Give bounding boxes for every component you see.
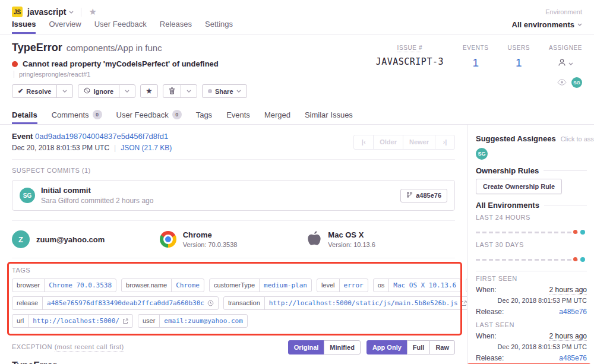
tag-value-link[interactable]: http://localhost:5000/: [29, 315, 132, 327]
exception-title: EXCEPTION: [12, 343, 52, 350]
bookmark-star-icon[interactable]: ★: [89, 7, 96, 17]
tag-value-link[interactable]: http://localhost:5000/static/js/main.5b8…: [265, 297, 467, 309]
delete-button[interactable]: [163, 84, 181, 98]
tag-value-link[interactable]: a485e765976df833490deab2ffca0dd7a660b30c: [43, 297, 218, 309]
tag-value: http://localhost:5000/static/js/main.5b8…: [269, 299, 458, 307]
tag-value-link[interactable]: email:zuum@yahoo.com: [160, 315, 247, 327]
suggested-assignees-title: Suggested AssigneesClick to assign: [476, 134, 587, 143]
tag-value-link[interactable]: Mac OS X 10.13.6: [389, 279, 460, 292]
environment-selector[interactable]: All environments: [512, 20, 582, 34]
tab-comments[interactable]: Comments0: [52, 105, 102, 124]
commit-meta: Sara Gilford committed 2 hours ago: [41, 197, 153, 205]
user-avatar: Z: [12, 230, 30, 248]
stacktrace-toggles: Original Minified App Only Full Raw: [288, 340, 455, 354]
events-count[interactable]: 1: [463, 56, 489, 69]
event-header: Event 0ad9ada198704004837e5d456f7d8fd1 D…: [12, 125, 455, 160]
tag-value: a485e765976df833490deab2ffca0dd7a660b30c: [47, 299, 204, 307]
bookmark-button[interactable]: ★: [140, 84, 158, 98]
tag-key: os: [374, 279, 390, 292]
tag-value-link[interactable]: Chrome: [172, 279, 204, 292]
tag-value-link[interactable]: error: [340, 279, 368, 292]
nav-tab-user-feedback[interactable]: User Feedback: [94, 20, 147, 34]
nav-tab-issues[interactable]: Issues: [12, 20, 36, 34]
tag-value-link[interactable]: medium-plan: [260, 279, 311, 292]
tab-tags[interactable]: Tags: [196, 105, 212, 124]
tag-level: levelerror: [317, 278, 368, 292]
tab-user-feedback[interactable]: User Feedback0: [116, 105, 182, 124]
assignee-dropdown[interactable]: [549, 58, 582, 69]
last-30-days-sparkline: [476, 249, 587, 266]
suggested-assignee-avatar[interactable]: SG: [476, 148, 488, 160]
tag-release: releasea485e765976df833490deab2ffca0dd7a…: [12, 296, 219, 310]
mute-icon: [84, 87, 90, 95]
event-id-link[interactable]: 0ad9ada198704004837e5d456f7d8fd1: [35, 132, 168, 141]
first-seen-release-link[interactable]: a485e76: [559, 308, 587, 316]
last-event-button[interactable]: ›|: [435, 135, 455, 150]
share-button[interactable]: Share: [202, 84, 247, 98]
resolve-label: Resolve: [26, 88, 51, 95]
last-seen-label: LAST SEEN: [476, 321, 587, 328]
chevron-down-icon: [568, 62, 573, 65]
ignore-dropdown-button[interactable]: [119, 84, 135, 98]
tab-events[interactable]: Events: [226, 105, 250, 124]
toggle-original[interactable]: Original: [288, 340, 325, 354]
tag-key: user: [138, 315, 160, 327]
tab-similar-issues[interactable]: Similar Issues: [305, 105, 353, 124]
toggle-full[interactable]: Full: [407, 340, 431, 354]
tab-details[interactable]: Details: [12, 105, 37, 124]
toggle-app-only[interactable]: App Only: [366, 340, 407, 354]
external-link-icon[interactable]: [122, 318, 128, 324]
context-os: Mac OS X Version: 10.13.6: [307, 230, 455, 249]
external-link-icon[interactable]: [461, 300, 467, 306]
sparkline-marker-dot: [580, 257, 585, 262]
nav-tab-overview[interactable]: Overview: [49, 20, 81, 34]
tag-browser-name: browser.nameChrome: [121, 278, 204, 292]
last-30-days-label: LAST 30 DAYS: [476, 241, 587, 248]
first-seen-when-value: 2 hours ago: [549, 286, 587, 295]
toggle-minified[interactable]: Minified: [324, 340, 361, 354]
create-ownership-rule-button[interactable]: Create Ownership Rule: [476, 179, 562, 194]
issue-header: TypeErrorcomponents/App in func Cannot r…: [0, 34, 594, 104]
resolve-button[interactable]: ✔Resolve: [12, 84, 57, 98]
sparkline-baseline: [476, 259, 587, 261]
older-event-button[interactable]: Older: [373, 135, 403, 150]
os-version: Version: 10.13.6: [328, 241, 375, 248]
suspect-commits-title: SUSPECT COMMITS (1): [12, 167, 455, 174]
chevron-down-icon: [62, 90, 67, 93]
commit-sha-button[interactable]: a485e76: [400, 189, 447, 202]
users-count[interactable]: 1: [508, 56, 530, 69]
branch-icon: [406, 191, 413, 200]
event-label: Event: [12, 132, 33, 141]
clock-icon[interactable]: [207, 300, 214, 306]
tag-key: customerType: [210, 279, 260, 292]
committer-avatar: SG: [20, 188, 35, 203]
divider: [476, 271, 587, 271]
user-email: zuum@yahoo.com: [36, 235, 105, 244]
browser-name: Chrome: [183, 230, 238, 239]
first-event-button[interactable]: |‹: [353, 135, 374, 150]
person-icon: [558, 58, 566, 69]
event-json-link[interactable]: JSON (21.7 KB): [121, 144, 172, 152]
sparkline-event-dot: [573, 257, 577, 261]
ignore-button[interactable]: Ignore: [78, 84, 119, 98]
nav-tab-releases[interactable]: Releases: [160, 20, 192, 34]
toggle-raw[interactable]: Raw: [429, 340, 455, 354]
share-label: Share: [215, 88, 233, 95]
divider: |: [114, 144, 116, 152]
nav-tab-settings[interactable]: Settings: [205, 20, 233, 34]
chevron-down-icon[interactable]: [69, 11, 74, 14]
issue-number-label: ISSUE #: [397, 45, 423, 52]
project-switcher[interactable]: javascript: [27, 7, 66, 17]
chevron-down-icon: [577, 23, 582, 26]
resolve-dropdown-button[interactable]: [56, 84, 73, 98]
exception-type: TypeError: [12, 360, 455, 364]
tab-merged[interactable]: Merged: [264, 105, 290, 124]
chevron-down-icon: [236, 90, 241, 93]
newer-event-button[interactable]: Newer: [403, 135, 435, 150]
last-seen-when-value: 2 hours ago: [549, 332, 587, 341]
delete-dropdown-button[interactable]: [181, 84, 197, 98]
last-seen-release-link[interactable]: a485e76: [559, 354, 587, 362]
tag-value-link[interactable]: Chrome 70.0.3538: [45, 279, 116, 292]
tag-key: browser: [12, 279, 45, 292]
first-seen-label: FIRST SEEN: [476, 275, 587, 282]
